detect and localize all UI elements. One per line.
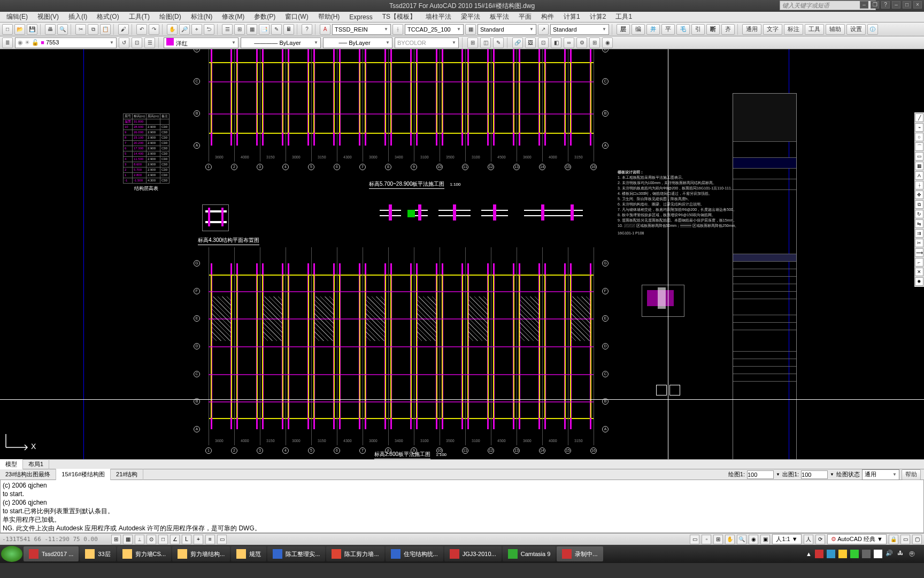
tray-icon-1[interactable]	[815, 550, 823, 558]
taskbar-item[interactable]: Tssd2017 ...	[24, 546, 79, 561]
doc-tab-1[interactable]: 23#结构出图最终	[0, 469, 56, 480]
mleaderstyle-combo[interactable]: Standard▼	[550, 24, 609, 35]
grid-toggle[interactable]: ▦	[123, 535, 133, 544]
tool3-icon[interactable]: ⊞	[589, 37, 600, 48]
block-edit-icon[interactable]: ✎	[493, 37, 504, 48]
print-icon[interactable]: 🖶	[45, 24, 56, 35]
ts-general-button[interactable]: 通用	[742, 24, 761, 35]
ts-brush-button[interactable]: 毛	[676, 24, 690, 35]
ts-settings-button[interactable]: 设置	[846, 24, 866, 35]
plotstyle-combo[interactable]: BYCOLOR▼	[395, 37, 459, 48]
layermgr-icon[interactable]: ≣	[2, 37, 13, 48]
mleaderstyle-icon[interactable]: ↗	[538, 24, 549, 35]
menu-member[interactable]: 构件	[538, 11, 557, 22]
showhide-icon[interactable]: ▣	[760, 535, 770, 544]
close-button[interactable]: ×	[913, 1, 922, 9]
taskbar-item[interactable]: 33层	[80, 546, 116, 561]
ducs-toggle[interactable]: L	[182, 535, 191, 544]
ts-align-button[interactable]: 齐	[721, 24, 735, 35]
new-icon[interactable]: □	[2, 24, 13, 35]
tablestyle-icon[interactable]: ▦	[465, 24, 476, 35]
help-button-2[interactable]: 帮助	[902, 469, 921, 480]
rect-icon[interactable]: ▭	[915, 152, 923, 161]
block-insert-icon[interactable]: ⊞	[467, 37, 478, 48]
rotate-icon[interactable]: ↻	[915, 210, 923, 218]
pan2-icon[interactable]: ✋	[725, 535, 735, 544]
qp-toggle[interactable]: ▭	[217, 535, 227, 544]
matchprop-icon[interactable]: 🖌	[118, 24, 129, 35]
drawstate-combo[interactable]: 通用▼	[862, 469, 899, 480]
cut-icon[interactable]: ✂	[75, 24, 86, 35]
tray-icon-2[interactable]	[827, 550, 835, 558]
ts-text-button[interactable]: 文字	[763, 24, 782, 35]
textstyle-icon[interactable]: A	[320, 24, 330, 35]
ole-icon[interactable]: ◧	[551, 37, 561, 48]
lineweight-combo[interactable]: ── ByLayer▼	[323, 37, 392, 48]
layerprev-icon[interactable]: ↺	[119, 37, 129, 48]
wheel-icon[interactable]: ◉	[749, 535, 758, 544]
ts-dim-button[interactable]: 标注	[784, 24, 803, 35]
ts-assist-button[interactable]: 辅助	[826, 24, 845, 35]
menu-modify[interactable]: 修改(M)	[219, 11, 248, 22]
polar-toggle[interactable]: ⊙	[147, 535, 156, 544]
menu-help[interactable]: 帮助(H)	[315, 11, 343, 22]
toolpalette-icon[interactable]: ▦	[247, 24, 257, 35]
command-line[interactable]: (c) 2006 qjchento start.(c) 2006 qjchent…	[0, 480, 924, 533]
text-icon[interactable]: A	[915, 171, 923, 180]
ts-layer-button[interactable]: 层	[617, 24, 630, 35]
color-combo[interactable]: 洋红▼	[164, 37, 238, 48]
model-viewport[interactable]: /*generated grid*/ 136002400033150430005…	[0, 49, 924, 459]
tablestyle-combo[interactable]: Standard▼	[478, 24, 536, 35]
paste-icon[interactable]: 📋	[100, 24, 111, 35]
ortho-toggle[interactable]: ⟂	[135, 535, 144, 544]
menu-draw[interactable]: 绘图(D)	[156, 11, 184, 22]
taskbar-item[interactable]: 剪力墙CS...	[117, 546, 171, 561]
taskbar-item[interactable]: 规范	[231, 546, 266, 561]
preview-icon[interactable]: 🔍	[57, 24, 68, 35]
tool4-icon[interactable]: ◉	[602, 37, 613, 48]
extend-icon[interactable]: ⟶	[915, 248, 923, 257]
tray-flag-icon[interactable]: 🏳	[874, 550, 882, 558]
annoscale[interactable]: 人1:1 ▼	[772, 534, 801, 544]
calc-icon[interactable]: 🖩	[283, 24, 294, 35]
trim-icon[interactable]: ✂	[915, 239, 923, 247]
lwt-toggle[interactable]: ≡	[205, 535, 215, 544]
redo-icon[interactable]: ↷	[149, 24, 159, 35]
help-button[interactable]: ?	[881, 1, 890, 9]
circle-icon[interactable]: ○	[915, 133, 923, 141]
info-icon[interactable]: ⓘ	[867, 24, 878, 35]
field-icon[interactable]: ⊡	[538, 37, 549, 48]
erase-icon[interactable]: ✕	[915, 268, 923, 276]
layer-combo[interactable]: ◉ ☀ 🔓 ■ 7553▼	[15, 37, 117, 48]
tray-network-icon[interactable]: 🖧	[897, 550, 906, 558]
layerstate-icon[interactable]: ☰	[144, 37, 155, 48]
dyn-toggle[interactable]: +	[194, 535, 203, 544]
image-icon[interactable]: 🖼	[525, 37, 536, 48]
taskbar-item[interactable]: 陈工剪力墙...	[326, 546, 384, 561]
line-icon[interactable]: ╱	[915, 113, 923, 122]
undo-icon[interactable]: ↶	[136, 24, 147, 35]
taskbar-item[interactable]: JGJ3-2010...	[444, 546, 502, 561]
pan-icon[interactable]: ✋	[167, 24, 178, 35]
dimstyle-icon[interactable]: ⟊	[392, 24, 403, 35]
copy-icon[interactable]: ⧉	[88, 24, 98, 35]
minimize-button[interactable]: –	[860, 1, 868, 9]
annovisible-icon[interactable]: 人	[804, 535, 813, 544]
ts-merge-button[interactable]: 并	[646, 24, 660, 35]
qview-icon[interactable]: ⊞	[713, 535, 723, 544]
save-icon[interactable]: 💾	[27, 24, 37, 35]
menu-wallcol[interactable]: 墙柱平法	[422, 11, 455, 22]
menu-dimension[interactable]: 标注(N)	[188, 11, 216, 22]
properties-icon[interactable]: ☰	[222, 24, 233, 35]
ts-break-button[interactable]: 断	[706, 24, 720, 35]
explode-icon[interactable]: ✸	[915, 277, 923, 286]
taskbar-item[interactable]: 录制中...	[557, 546, 603, 561]
menu-beam[interactable]: 梁平法	[458, 11, 483, 22]
taskbar-item[interactable]: Camtasia 9	[503, 546, 556, 561]
zoom-rt-icon[interactable]: 🔎	[179, 24, 190, 35]
designcenter-icon[interactable]: ⊞	[234, 24, 245, 35]
menu-tools[interactable]: 工具(T)	[126, 11, 153, 22]
hatch-icon[interactable]: ▦	[915, 162, 923, 170]
drawscale-input[interactable]	[747, 470, 774, 479]
menu-format[interactable]: 格式(O)	[94, 11, 122, 22]
